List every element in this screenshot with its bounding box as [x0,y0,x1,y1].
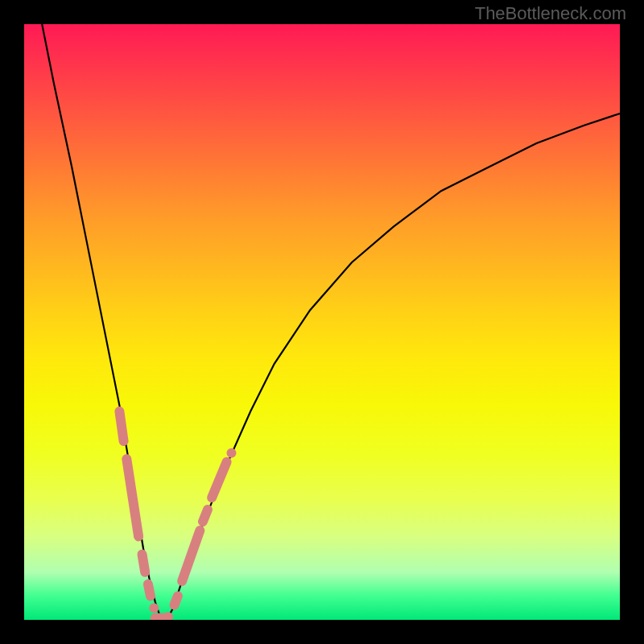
watermark-text: TheBottleneck.com [475,3,626,24]
gradient-plot-area [24,24,620,620]
